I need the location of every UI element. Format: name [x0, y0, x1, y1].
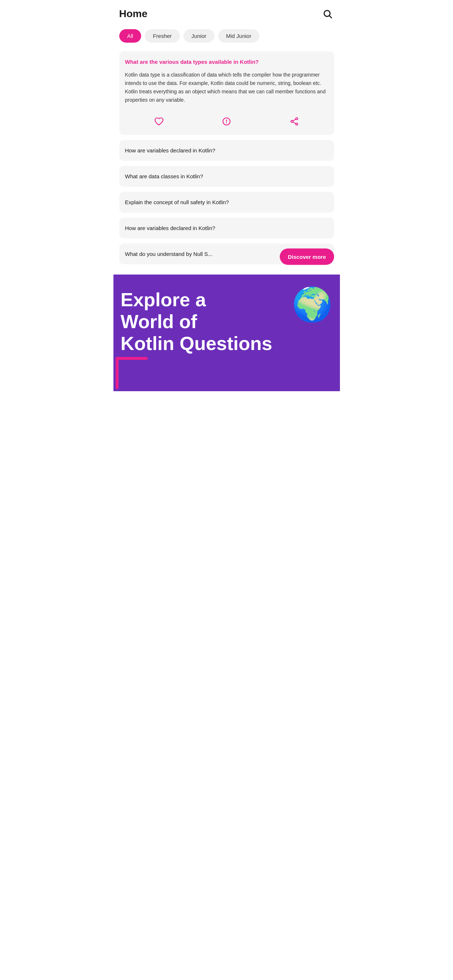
explore-line1: Explore a — [121, 289, 206, 310]
explore-line2: World of — [121, 311, 197, 332]
question-card-2[interactable]: What are data classes in Kotlin? — [119, 166, 334, 187]
svg-line-1 — [329, 16, 332, 18]
svg-point-4 — [226, 123, 226, 123]
tab-all[interactable]: All — [119, 29, 142, 43]
filter-tabs: All Fresher Junior Mid Junior — [119, 29, 334, 43]
question-card-3[interactable]: Explain the concept of null safety in Ko… — [119, 192, 334, 213]
tab-fresher[interactable]: Fresher — [145, 29, 180, 43]
header: Home — [119, 7, 334, 21]
tab-junior[interactable]: Junior — [183, 29, 214, 43]
report-button[interactable] — [220, 115, 233, 128]
page-title: Home — [119, 8, 148, 20]
svg-point-5 — [295, 118, 297, 119]
heart-icon — [154, 117, 163, 126]
expanded-question-title: What are the various data types availabl… — [125, 58, 328, 65]
question-card-4[interactable]: How are variables declared in Kotlin? — [119, 218, 334, 239]
expanded-question-card[interactable]: What are the various data types availabl… — [119, 51, 334, 135]
search-button[interactable] — [321, 7, 334, 21]
explore-section: Explore a World of Kotlin Questions 🌍 — [113, 275, 340, 391]
share-icon — [290, 117, 299, 126]
share-button[interactable] — [287, 115, 301, 128]
alert-icon — [222, 117, 231, 126]
globe-emoji: 🌍 — [292, 285, 333, 324]
question-actions — [125, 111, 328, 128]
search-icon — [322, 9, 333, 19]
like-button[interactable] — [152, 115, 166, 128]
discover-more-button[interactable]: Discover more — [280, 248, 334, 265]
question-card-1[interactable]: How are variables declared in Kotlin? — [119, 140, 334, 161]
white-section: Home All Fresher Junior Mid Junior What … — [113, 0, 340, 275]
tab-mid-junior[interactable]: Mid Junior — [218, 29, 259, 43]
last-card-wrapper: What do you understand by Null S... Disc… — [119, 243, 334, 269]
svg-point-7 — [295, 123, 297, 125]
svg-line-9 — [293, 122, 296, 124]
corner-decoration — [113, 351, 153, 391]
explore-line3: Kotlin Questions — [121, 333, 273, 354]
svg-point-0 — [324, 11, 330, 16]
app-container: Home All Fresher Junior Mid Junior What … — [113, 0, 340, 980]
questions-list: What are the various data types availabl… — [119, 51, 334, 275]
svg-point-6 — [291, 121, 292, 123]
svg-line-8 — [293, 119, 296, 121]
expanded-question-body: Kotlin data type is a classification of … — [125, 71, 328, 104]
